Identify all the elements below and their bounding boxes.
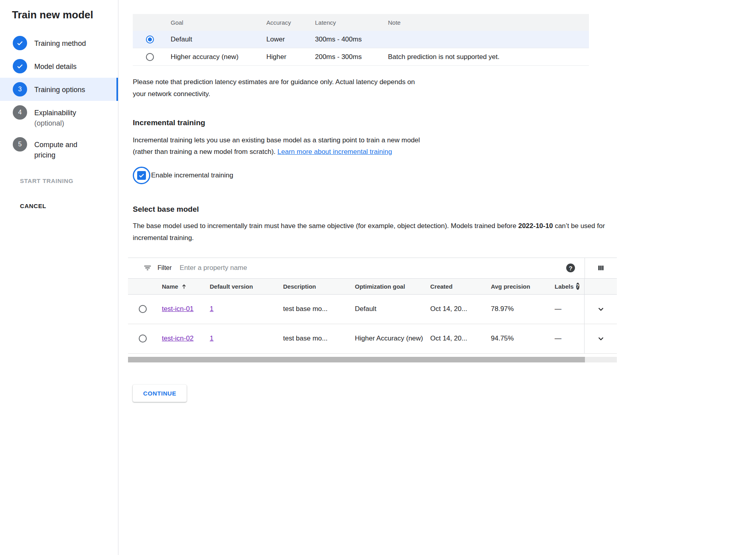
column-chooser-icon[interactable] [585,264,617,272]
enable-incremental-checkbox-row[interactable]: Enable incremental training [133,167,744,184]
chevron-down-icon [596,304,606,314]
goal-cell-latency: 200ms - 300ms [315,53,388,61]
base-model-radio[interactable] [139,305,147,313]
check-icon [13,36,27,50]
select-base-model-heading: Select base model [133,205,744,214]
checkbox-focus-ring [133,167,150,184]
cancel-button[interactable]: CANCEL [20,203,46,209]
sidebar-item-explainability[interactable]: 4 Explainability(optional) [0,101,118,133]
goal-header-goal: Goal [171,19,266,26]
bm-header-goal[interactable]: Optimization goal [355,283,430,290]
labels-help-icon[interactable]: ? [576,283,579,290]
main-content: Goal Accuracy Latency Note Default Lower… [118,0,756,555]
model-name-link[interactable]: test-icn-02 [162,333,193,344]
model-version-link[interactable]: 1 [210,333,213,344]
start-training-button[interactable]: START TRAINING [20,177,73,184]
table-row: test-icn-02 1 test base mo... Higher Acc… [128,324,617,354]
model-description: test base mo... [283,335,355,342]
filter-icon [143,264,152,272]
model-optimization-goal: Default [355,303,430,315]
goal-header-accuracy: Accuracy [266,19,315,26]
training-goal-table: Goal Accuracy Latency Note Default Lower… [133,14,589,66]
filter-bar-actions: ? [566,258,617,278]
chevron-down-icon [596,333,606,344]
goal-cell-note: Batch prediction is not supported yet. [388,53,589,61]
step-label-optional: (optional) [34,119,64,127]
bm-header-labels-label: Labels [555,283,574,290]
check-icon [138,172,145,179]
incremental-training-description: Incremental training lets you use an exi… [133,134,426,158]
learn-more-link[interactable]: Learn more about incremental training [278,148,392,155]
model-labels: — [555,305,584,313]
goal-row-default[interactable]: Default Lower 300ms - 400ms [133,31,589,48]
checkbox-label[interactable]: Enable incremental training [151,171,233,179]
page-title: Train new model [12,9,118,21]
base-model-table: Filter ? Name Default version Descriptio… [128,258,617,362]
model-description: test base mo... [283,305,355,313]
goal-table-header: Goal Accuracy Latency Note [133,14,589,31]
sidebar-item-model-details[interactable]: Model details [0,55,118,78]
model-created: Oct 14, 20... [430,335,491,342]
filter-label: Filter [158,264,172,272]
incremental-training-heading: Incremental training [133,118,744,127]
step-label: Explainability(optional) [34,105,76,128]
model-created: Oct 14, 20... [430,305,491,313]
bm-header-precision[interactable]: Avg precision [491,283,555,290]
step-number-icon: 4 [13,105,27,120]
bm-header-expand-spacer [584,279,617,294]
goal-header-note: Note [388,19,589,26]
goal-cell-accuracy: Higher [266,53,315,61]
step-label: Compute and pricing [34,137,98,160]
bm-header-labels[interactable]: Labels ? [555,283,584,290]
horizontal-scrollbar[interactable] [128,357,617,362]
base-description-date: 2022-10-10 [518,222,553,230]
filter-bar: Filter ? [128,258,617,279]
sort-ascending-icon[interactable] [181,283,187,290]
scrollbar-thumb[interactable] [128,357,585,362]
model-optimization-goal: Higher Accuracy (new) [355,333,430,344]
expand-row-button[interactable] [596,333,606,344]
goal-cell-accuracy: Lower [266,35,315,43]
sidebar-item-training-method[interactable]: Training method [0,31,118,55]
continue-button[interactable]: CONTINUE [133,385,187,402]
filter-input[interactable] [180,264,459,272]
goal-cell-latency: 300ms - 400ms [315,35,388,43]
sidebar-item-training-options[interactable]: 3 Training options [0,78,118,101]
model-labels: — [555,335,584,342]
bm-header-description[interactable]: Description [283,283,355,290]
model-avg-precision: 78.97% [491,305,555,313]
base-model-description: The base model used to incrementally tra… [133,220,617,244]
sidebar-item-compute-pricing[interactable]: 5 Compute and pricing [0,133,118,165]
radio-unselected-icon[interactable] [146,53,154,61]
expand-row-button[interactable] [596,304,606,314]
radio-selected-icon[interactable] [146,35,154,43]
step-label: Model details [34,59,77,72]
bm-header-name[interactable]: Name [162,283,210,290]
step-number-icon: 5 [13,137,27,152]
wizard-sidebar: Train new model Training method Model de… [0,0,118,555]
model-version-link[interactable]: 1 [210,303,213,315]
step-number-icon: 3 [13,82,27,96]
model-avg-precision: 94.75% [491,335,555,342]
goal-row-higher-accuracy[interactable]: Higher accuracy (new) Higher 200ms - 300… [133,48,589,66]
latency-disclaimer: Please note that prediction latency esti… [133,76,418,100]
base-model-radio[interactable] [139,335,147,342]
goal-header-latency: Latency [315,19,388,26]
step-label-main: Explainability [34,109,76,117]
bm-header-created[interactable]: Created [430,283,491,290]
bm-header-version[interactable]: Default version [210,283,283,290]
check-icon [13,59,27,73]
step-label: Training options [34,82,85,95]
incremental-checkbox[interactable] [137,171,146,180]
base-table-header: Name Default version Description Optimiz… [128,279,617,295]
help-icon[interactable]: ? [566,264,575,272]
table-row: test-icn-01 1 test base mo... Default Oc… [128,295,617,324]
model-name-link[interactable]: test-icn-01 [162,303,193,315]
step-label: Training method [34,36,86,49]
base-description-before: The base model used to incrementally tra… [133,222,516,230]
goal-cell-goal: Default [171,35,266,43]
goal-cell-goal: Higher accuracy (new) [171,53,266,61]
bm-header-name-label: Name [162,283,178,290]
